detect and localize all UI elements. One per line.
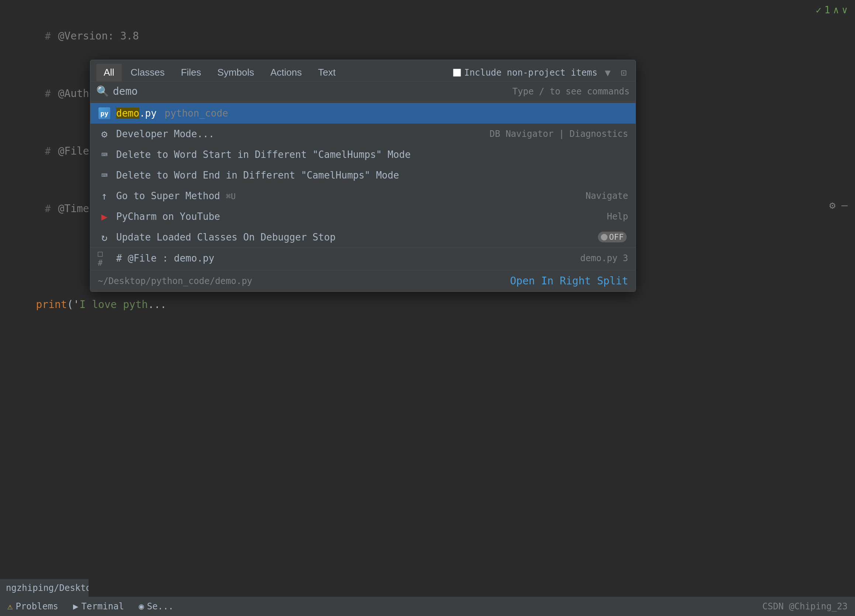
result-right-developer-mode: DB Navigator | Diagnostics bbox=[489, 129, 628, 139]
result-name-delete-word-start: Delete to Word Start in Different "Camel… bbox=[116, 149, 628, 160]
file-icon: py bbox=[98, 107, 111, 120]
result-item-update-classes[interactable]: ↻ Update Loaded Classes On Debugger Stop… bbox=[90, 227, 636, 248]
search-input-row: 🔍 Type / to see commands bbox=[90, 81, 636, 101]
popup-footer: ~/Desktop/python_code/demo.py Open In Ri… bbox=[90, 270, 636, 291]
include-non-project-checkbox[interactable]: Include non-project items bbox=[453, 67, 597, 78]
search-hint: Type / to see commands bbox=[512, 86, 630, 97]
text-match-icon: □ # bbox=[98, 251, 111, 265]
result-right-file-text: demo.py 3 bbox=[580, 253, 628, 264]
line-gutter: # bbox=[36, 199, 51, 218]
tab-all[interactable]: All bbox=[96, 64, 122, 81]
line-gutter: # bbox=[36, 84, 51, 103]
result-item-pycharm-youtube[interactable]: ▶ PyCharm on YouTube Help bbox=[90, 206, 636, 227]
action-icon-delete-end: ⌨ bbox=[98, 169, 111, 182]
line-gutter: # bbox=[36, 26, 51, 46]
warning-icon: ⚠ bbox=[8, 601, 12, 611]
action-icon-youtube: ▶ bbox=[98, 210, 111, 223]
gear-icon[interactable]: ⚙ bbox=[829, 199, 835, 211]
tabs-right: Include non-project items ▼ ⊡ bbox=[453, 66, 630, 80]
action-icon-go-super: ↑ bbox=[98, 189, 111, 202]
result-name-file-text: # @File : demo.py bbox=[116, 253, 580, 264]
open-in-right-split-button[interactable]: Open In Right Split bbox=[510, 275, 628, 287]
search-magnifier-icon: 🔍 bbox=[96, 85, 109, 97]
services-icon: ◉ bbox=[139, 601, 144, 611]
check-count: 1 bbox=[824, 5, 830, 15]
result-item-developer-mode[interactable]: ⚙ Developer Mode... DB Navigator | Diagn… bbox=[90, 124, 636, 144]
result-name-demo-py: demo.py python_code bbox=[116, 108, 628, 119]
settings-area: ⚙ — bbox=[829, 199, 847, 211]
toggle-circle bbox=[601, 234, 607, 241]
result-item-file-text[interactable]: □ # # @File : demo.py demo.py 3 bbox=[90, 248, 636, 268]
result-name-go-to-super: Go to Super Method ⌘U bbox=[116, 190, 585, 201]
search-input[interactable] bbox=[113, 85, 509, 97]
status-bar: ⚠ Problems ▶ Terminal ◉ Se... CSDN @Chip… bbox=[0, 597, 855, 616]
search-results-list: py demo.py python_code ⚙ Developer Mode.… bbox=[90, 101, 636, 270]
line-gutter: # bbox=[36, 142, 51, 161]
check-icon: ✓ bbox=[815, 5, 821, 15]
editor-line-1: #@Version: 3.8 bbox=[11, 8, 844, 65]
result-name-pycharm-youtube: PyCharm on YouTube bbox=[116, 211, 607, 222]
result-item-demo-py[interactable]: py demo.py python_code bbox=[90, 103, 636, 124]
result-item-go-to-super[interactable]: ↑ Go to Super Method ⌘U Navigate bbox=[90, 185, 636, 206]
status-terminal[interactable]: ▶ Terminal bbox=[73, 601, 124, 611]
tab-classes[interactable]: Classes bbox=[123, 64, 172, 81]
expand-icon[interactable]: ⊡ bbox=[618, 66, 630, 80]
result-name-delete-word-end: Delete to Word End in Different "CamelHu… bbox=[116, 170, 628, 181]
result-right-update: OFF bbox=[598, 231, 628, 243]
terminal-path: ngzhiping/Desktop/py... bbox=[0, 579, 89, 597]
toggle-off[interactable]: OFF bbox=[598, 231, 627, 242]
result-item-delete-word-start[interactable]: ⌨ Delete to Word Start in Different "Cam… bbox=[90, 144, 636, 165]
result-name-developer-mode: Developer Mode... bbox=[116, 128, 489, 139]
status-problems[interactable]: ⚠ Problems bbox=[8, 601, 58, 611]
status-services[interactable]: ◉ Se... bbox=[139, 601, 174, 611]
arrow-down-icon[interactable]: ∨ bbox=[842, 5, 847, 15]
arrow-up-icon[interactable]: ∧ bbox=[833, 5, 839, 15]
result-item-delete-word-end[interactable]: ⌨ Delete to Word End in Different "Camel… bbox=[90, 165, 636, 185]
search-popup: All Classes Files Symbols Actions Text I… bbox=[90, 60, 636, 292]
minimize-icon[interactable]: — bbox=[841, 199, 847, 211]
action-icon-update: ↻ bbox=[98, 231, 111, 244]
result-right-go-super: Navigate bbox=[585, 191, 628, 201]
terminal-icon: ▶ bbox=[73, 601, 78, 611]
tab-text[interactable]: Text bbox=[311, 64, 343, 81]
tab-actions[interactable]: Actions bbox=[263, 64, 309, 81]
action-icon-delete-start: ⌨ bbox=[98, 148, 111, 161]
tab-symbols[interactable]: Symbols bbox=[210, 64, 262, 81]
include-checkbox-input[interactable] bbox=[453, 69, 461, 77]
status-right-label: CSDN @Chiping_23 bbox=[762, 601, 847, 611]
action-icon-developer: ⚙ bbox=[98, 127, 111, 141]
search-tabs-row: All Classes Files Symbols Actions Text I… bbox=[90, 60, 636, 81]
filter-icon[interactable]: ▼ bbox=[602, 66, 614, 80]
result-name-update-classes: Update Loaded Classes On Debugger Stop bbox=[116, 231, 598, 243]
top-right-indicator: ✓ 1 ∧ ∨ bbox=[815, 5, 847, 15]
result-right-youtube: Help bbox=[607, 211, 628, 222]
footer-path: ~/Desktop/python_code/demo.py bbox=[98, 276, 252, 286]
tab-files[interactable]: Files bbox=[173, 64, 208, 81]
